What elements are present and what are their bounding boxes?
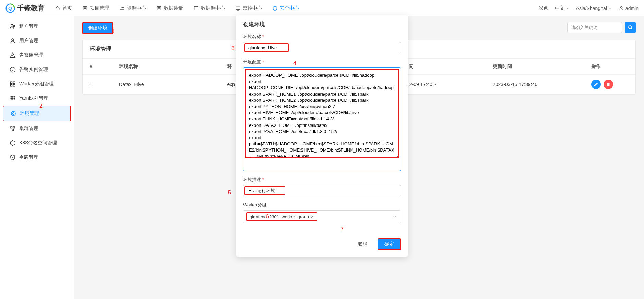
env-desc-input[interactable] <box>244 186 285 195</box>
modal-footer: 取消 确定 <box>236 234 408 257</box>
create-env-modal: 创建环境 环境名称 * 环境配置 * 环境描述 * <box>236 15 408 257</box>
form-group-config: 环境配置 * <box>243 59 401 171</box>
label-config-text: 环境配置 <box>243 59 261 64</box>
form-group-worker: Worker分组 qianfeng_2301_worker_group × <box>243 202 401 223</box>
form-group-desc: 环境描述 * <box>243 177 401 196</box>
modal-body: 环境名称 * 环境配置 * 环境描述 * Worker分组 <box>236 34 408 234</box>
modal-title: 创建环境 <box>236 15 408 34</box>
label-desc-text: 环境描述 <box>243 177 261 182</box>
label-config: 环境配置 * <box>243 59 401 65</box>
label-desc: 环境描述 * <box>243 177 401 183</box>
label-worker: Worker分组 <box>243 202 401 208</box>
worker-tag: qianfeng_2301_worker_group × <box>246 212 317 221</box>
form-group-name: 环境名称 * <box>243 34 401 53</box>
modal-overlay: 创建环境 环境名称 * 环境配置 * 环境描述 * <box>0 0 644 299</box>
chevron-down-icon <box>392 214 397 219</box>
label-name-text: 环境名称 <box>243 34 261 39</box>
worker-tag-label: qianfeng_2301_worker_group <box>250 214 309 219</box>
ok-button[interactable]: 确定 <box>378 238 401 250</box>
tag-remove-icon[interactable]: × <box>311 214 314 219</box>
cancel-button[interactable]: 取消 <box>351 238 373 250</box>
label-name: 环境名称 * <box>243 34 401 40</box>
env-name-input[interactable] <box>244 43 289 52</box>
worker-group-select[interactable]: qianfeng_2301_worker_group × <box>243 210 401 223</box>
env-config-textarea[interactable] <box>245 69 399 158</box>
